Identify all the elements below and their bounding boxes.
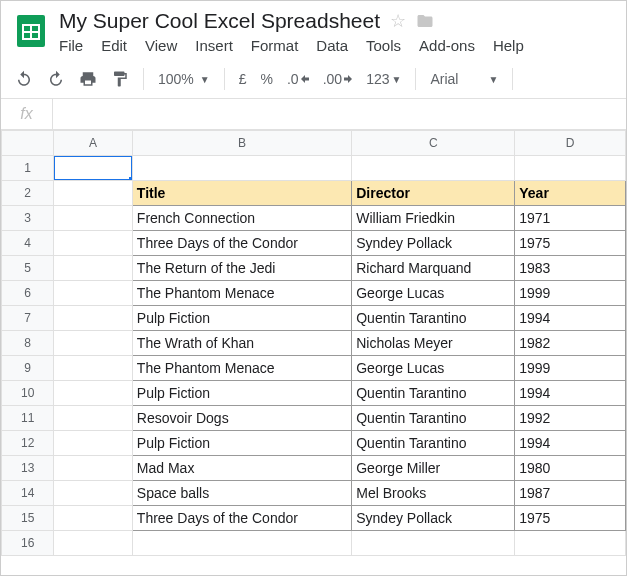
cell-B4[interactable]: Three Days of the Condor bbox=[132, 231, 351, 256]
currency-button[interactable]: £ bbox=[239, 71, 247, 87]
cell-D3[interactable]: 1971 bbox=[515, 206, 626, 231]
cell-C5[interactable]: Richard Marquand bbox=[352, 256, 515, 281]
menu-addons[interactable]: Add-ons bbox=[419, 37, 475, 54]
cell-B7[interactable]: Pulp Fiction bbox=[132, 306, 351, 331]
row-header[interactable]: 4 bbox=[2, 231, 54, 256]
menu-file[interactable]: File bbox=[59, 37, 83, 54]
menu-insert[interactable]: Insert bbox=[195, 37, 233, 54]
cell-C12[interactable]: Quentin Tarantino bbox=[352, 431, 515, 456]
row-header[interactable]: 2 bbox=[2, 181, 54, 206]
cell-A1[interactable] bbox=[54, 156, 133, 181]
cell-B2[interactable]: Title bbox=[132, 181, 351, 206]
cell-B14[interactable]: Space balls bbox=[132, 481, 351, 506]
cell-A10[interactable] bbox=[54, 381, 133, 406]
cell-B3[interactable]: French Connection bbox=[132, 206, 351, 231]
menu-edit[interactable]: Edit bbox=[101, 37, 127, 54]
row-header[interactable]: 15 bbox=[2, 506, 54, 531]
cell-C6[interactable]: George Lucas bbox=[352, 281, 515, 306]
select-all-corner[interactable] bbox=[2, 131, 54, 156]
cell-D5[interactable]: 1983 bbox=[515, 256, 626, 281]
cell-C1[interactable] bbox=[352, 156, 515, 181]
row-header[interactable]: 11 bbox=[2, 406, 54, 431]
cell-A8[interactable] bbox=[54, 331, 133, 356]
cell-D2[interactable]: Year bbox=[515, 181, 626, 206]
cell-B8[interactable]: The Wrath of Khan bbox=[132, 331, 351, 356]
undo-icon[interactable] bbox=[15, 70, 33, 88]
cell-B10[interactable]: Pulp Fiction bbox=[132, 381, 351, 406]
cell-D1[interactable] bbox=[515, 156, 626, 181]
row-header[interactable]: 16 bbox=[2, 531, 54, 556]
cell-A2[interactable] bbox=[54, 181, 133, 206]
row-header[interactable]: 7 bbox=[2, 306, 54, 331]
menu-format[interactable]: Format bbox=[251, 37, 299, 54]
cell-C8[interactable]: Nicholas Meyer bbox=[352, 331, 515, 356]
cell-C7[interactable]: Quentin Tarantino bbox=[352, 306, 515, 331]
col-header-C[interactable]: C bbox=[352, 131, 515, 156]
cell[interactable] bbox=[54, 531, 133, 556]
menu-tools[interactable]: Tools bbox=[366, 37, 401, 54]
cell-A9[interactable] bbox=[54, 356, 133, 381]
cell-B5[interactable]: The Return of the Jedi bbox=[132, 256, 351, 281]
cell-D14[interactable]: 1987 bbox=[515, 481, 626, 506]
cell-D7[interactable]: 1994 bbox=[515, 306, 626, 331]
cell-D8[interactable]: 1982 bbox=[515, 331, 626, 356]
cell-A3[interactable] bbox=[54, 206, 133, 231]
cell-A7[interactable] bbox=[54, 306, 133, 331]
cell-C14[interactable]: Mel Brooks bbox=[352, 481, 515, 506]
percent-button[interactable]: % bbox=[261, 71, 273, 87]
cell-C15[interactable]: Syndey Pollack bbox=[352, 506, 515, 531]
row-header[interactable]: 5 bbox=[2, 256, 54, 281]
increase-decimal-button[interactable]: .00 bbox=[323, 71, 352, 87]
col-header-D[interactable]: D bbox=[515, 131, 626, 156]
cell-A4[interactable] bbox=[54, 231, 133, 256]
row-header[interactable]: 10 bbox=[2, 381, 54, 406]
cell-D11[interactable]: 1992 bbox=[515, 406, 626, 431]
cell-C11[interactable]: Quentin Tarantino bbox=[352, 406, 515, 431]
zoom-dropdown[interactable]: 100%▼ bbox=[158, 71, 210, 87]
cell-B13[interactable]: Mad Max bbox=[132, 456, 351, 481]
cell-C2[interactable]: Director bbox=[352, 181, 515, 206]
cell-B6[interactable]: The Phantom Menace bbox=[132, 281, 351, 306]
cell-A14[interactable] bbox=[54, 481, 133, 506]
sheets-logo-icon[interactable] bbox=[13, 13, 49, 49]
cell-C13[interactable]: George Miller bbox=[352, 456, 515, 481]
col-header-B[interactable]: B bbox=[132, 131, 351, 156]
folder-icon[interactable] bbox=[416, 12, 434, 30]
cell-A13[interactable] bbox=[54, 456, 133, 481]
cell-A12[interactable] bbox=[54, 431, 133, 456]
col-header-A[interactable]: A bbox=[54, 131, 133, 156]
formula-input[interactable] bbox=[53, 99, 626, 129]
cell-D13[interactable]: 1980 bbox=[515, 456, 626, 481]
cell-D12[interactable]: 1994 bbox=[515, 431, 626, 456]
cell-C9[interactable]: George Lucas bbox=[352, 356, 515, 381]
cell-A11[interactable] bbox=[54, 406, 133, 431]
cell-B9[interactable]: The Phantom Menace bbox=[132, 356, 351, 381]
cell-C3[interactable]: William Friedkin bbox=[352, 206, 515, 231]
cell-D4[interactable]: 1975 bbox=[515, 231, 626, 256]
cell-B15[interactable]: Three Days of the Condor bbox=[132, 506, 351, 531]
cell-B11[interactable]: Resovoir Dogs bbox=[132, 406, 351, 431]
row-header[interactable]: 3 bbox=[2, 206, 54, 231]
row-header[interactable]: 8 bbox=[2, 331, 54, 356]
number-format-dropdown[interactable]: 123▼ bbox=[366, 71, 401, 87]
cell-A6[interactable] bbox=[54, 281, 133, 306]
row-header[interactable]: 12 bbox=[2, 431, 54, 456]
cell-D15[interactable]: 1975 bbox=[515, 506, 626, 531]
cell-D6[interactable]: 1999 bbox=[515, 281, 626, 306]
menu-help[interactable]: Help bbox=[493, 37, 524, 54]
cell[interactable] bbox=[132, 531, 351, 556]
row-header[interactable]: 9 bbox=[2, 356, 54, 381]
row-header[interactable]: 1 bbox=[2, 156, 54, 181]
spreadsheet-grid[interactable]: A B C D 1 2 Title Director Year 3French … bbox=[1, 130, 626, 575]
cell-C4[interactable]: Syndey Pollack bbox=[352, 231, 515, 256]
cell-D10[interactable]: 1994 bbox=[515, 381, 626, 406]
document-title[interactable]: My Super Cool Excel Spreadsheet bbox=[59, 9, 380, 33]
cell-D9[interactable]: 1999 bbox=[515, 356, 626, 381]
star-icon[interactable]: ☆ bbox=[390, 10, 406, 32]
menu-data[interactable]: Data bbox=[316, 37, 348, 54]
cell-C10[interactable]: Quentin Tarantino bbox=[352, 381, 515, 406]
cell-B1[interactable] bbox=[132, 156, 351, 181]
row-header[interactable]: 6 bbox=[2, 281, 54, 306]
font-dropdown[interactable]: Arial▼ bbox=[430, 71, 498, 87]
redo-icon[interactable] bbox=[47, 70, 65, 88]
